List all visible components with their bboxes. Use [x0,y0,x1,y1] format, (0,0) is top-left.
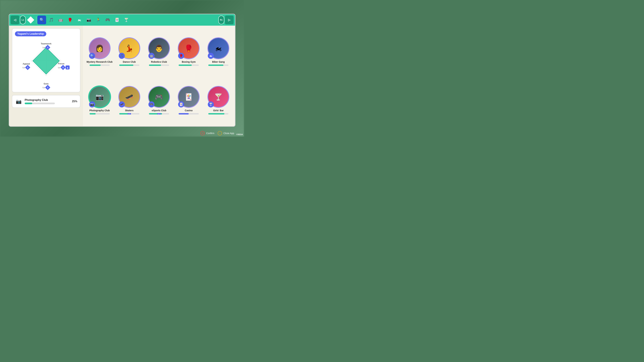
club-card-mystery[interactable]: 👩 🔍 Mystery Research Club [86,29,113,74]
club-name-casino: Casino [185,109,193,112]
club-grid: 👩 🔍 Mystery Research Club 💃 🎵 Dance Club [83,26,235,126]
club-avatar-robotics: 👨 🤖 [148,37,170,59]
left-panel: Yagami's Leadership Teamwork Lv. 4 Appea… [9,26,83,126]
nav-tab-moto[interactable]: 🏍 [75,15,84,24]
club-card-skaters[interactable]: 🛹 🛹 Skaters ✓ [116,78,142,123]
leadership-box: Yagami's Leadership Teamwork Lv. 4 Appea… [12,28,80,92]
nav-tab-bar[interactable]: 🍸 [122,15,131,24]
club-bar-robotics [149,64,169,66]
club-name-esports: eSports Club [152,109,166,112]
r1-label: R1 [220,19,222,21]
club-card-casino[interactable]: 🃏 🃏 Casino [176,78,202,123]
club-card-robotics[interactable]: 👨 🤖 Robotics Club [146,29,172,74]
club-avatar-mystery: 👩 🔍 [89,37,110,59]
club-bar-esports: ✓ [149,113,169,114]
club-card-boxing[interactable]: 🥊 🥊 Boxing Gym [176,29,202,74]
nav-diamond-icon[interactable] [26,15,35,24]
main-window: ◁ L1 🔍 🎵 🤖 🥊 🏍 📷 🏃 [9,14,236,127]
club-bar-skaters: ✓ [119,113,139,114]
club-avatar-esports: 🎮 🎮 [148,86,170,108]
club-name-skaters: Skaters [125,109,134,112]
current-club-bar: 📷 Photography Club 25% [12,95,80,108]
club-avatar-biker: 🏍 🏍 [208,37,229,59]
club-name-mystery: Mystery Research Club [86,60,112,63]
club-avatar-girlsbar: 🍸 🍸 [208,86,229,108]
l1-label: L1 [22,19,24,21]
close-label: Close App [224,132,234,135]
mystery-icon-overlay: 🔍 [89,53,95,59]
robot-icon: 🤖 [58,18,63,22]
cards-icon: 🃏 [115,18,119,22]
club-card-girlsbar[interactable]: 🍸 🍸 Girls' Bar [205,78,232,123]
nav-separator [36,16,36,23]
club-bar-photo [90,113,110,114]
sega-logo: ©SEGA [236,133,243,135]
o-button[interactable]: ○ [218,131,222,135]
nav-tab-cards[interactable]: 🃏 [112,15,121,24]
photo-club-name: Photography Club [25,98,70,102]
club-card-photo[interactable]: 📷 📷 Photography Club [86,78,113,123]
club-card-dance[interactable]: 💃 🎵 Dance Club [116,29,142,74]
club-avatar-skaters: 🛹 🛹 [118,86,140,108]
nav-tab-boxing[interactable]: 🥊 [66,15,74,24]
next-button[interactable]: ▷ [225,15,234,24]
appeal-label: Appeal Lv. 5 [23,62,30,69]
esports-icon-overlay: 🎮 [148,101,154,107]
casino-icon-overlay: 🃏 [178,101,184,107]
prev-button[interactable]: ◁ [10,15,19,24]
game-icon: 🎮 [105,18,110,22]
club-name-boxing: Boxing Gym [182,60,196,63]
esports-check-badge: ✓ [157,113,161,114]
boxing-icon: 🥊 [68,18,72,22]
moto-icon: 🏍 [78,18,81,22]
investigation-icon: 🔍 [40,18,44,22]
x-button[interactable]: ✕ [200,131,205,135]
club-card-esports[interactable]: 🎮 🎮 eSports Club ✓ [146,78,172,123]
nav-tab-robot[interactable]: 🤖 [56,15,65,24]
club-name-robotics: Robotics Club [151,60,167,63]
l1-button[interactable]: L1 [20,15,26,24]
club-name-girlsbar: Girls' Bar [213,109,224,112]
photo-club-info: Photography Club [25,98,70,104]
robotics-icon-overlay: 🤖 [148,53,154,59]
club-bar-biker [208,64,228,66]
focus-label: Focus Lv. 5 ▲ [58,62,70,69]
guts-label: Guts Lv. 5 [42,82,50,89]
club-avatar-photo: 📷 📷 [89,86,110,108]
r1-button[interactable]: R1 [218,15,224,24]
club-bar-girlsbar [208,113,228,114]
close-action[interactable]: ○ Close App [218,131,234,135]
music-icon: 🎵 [49,18,54,22]
club-card-biker[interactable]: 🏍 🏍 Biker Gang [205,29,232,74]
teamwork-label: Teamwork Lv. 4 [41,42,51,49]
svg-marker-3 [33,47,60,74]
club-name-dance: Dance Club [123,60,136,63]
club-name-photo: Photography Club [90,109,110,112]
nav-tab-investigation[interactable]: 🔍 [38,15,46,24]
top-nav: ◁ L1 🔍 🎵 🤖 🥊 🏍 📷 🏃 [9,14,235,26]
nav-tab-music[interactable]: 🎵 [47,15,56,24]
club-bar-casino [178,113,199,114]
club-avatar-dance: 💃 🎵 [118,37,140,59]
diamond-shape [27,16,34,23]
confirm-action[interactable]: ✕ Confirm [200,131,214,135]
photo-club-progress-bg [25,103,55,104]
camera-icon: 📷 [86,18,91,22]
nav-tab-run[interactable]: 🏃 [94,15,102,24]
girlsbar-icon-overlay: 🍸 [208,101,214,107]
skaters-check-badge: ✓ [128,113,131,114]
nav-tab-game[interactable]: 🎮 [103,15,112,24]
skaters-icon-overlay: 🛹 [119,101,125,107]
club-bar-mystery [90,64,110,66]
bar-icon: 🍸 [124,18,129,22]
nav-tab-camera[interactable]: 📷 [84,15,93,24]
run-icon: 🏃 [96,18,100,22]
bottom-bar: ✕ Confirm ○ Close App [200,131,234,135]
club-name-biker: Biker Gang [212,60,225,63]
leadership-title: Yagami's Leadership [15,31,46,36]
photo-club-percent: 25% [72,100,77,103]
club-avatar-boxing: 🥊 🥊 [178,37,200,59]
club-bar-boxing [178,64,199,66]
photo-club-icon: 📷 [15,98,22,105]
dance-icon-overlay: 🎵 [119,53,125,59]
